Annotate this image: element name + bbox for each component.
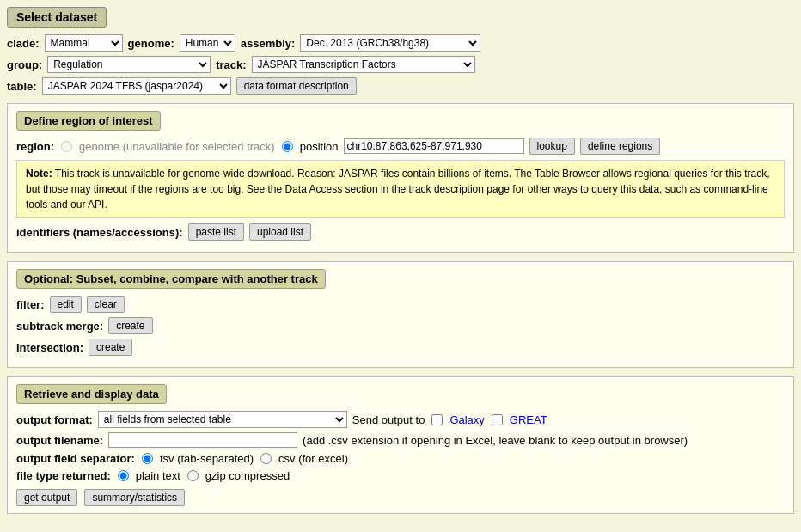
note-box: Note: This track is unavailable for geno… xyxy=(16,160,785,218)
position-input[interactable] xyxy=(344,138,524,154)
table-label: table: xyxy=(7,80,37,93)
output-filename-label: output filename: xyxy=(16,434,103,447)
send-output-label: Send output to xyxy=(352,413,425,426)
group-select[interactable]: Regulation Genes xyxy=(47,56,211,73)
filter-row: filter: edit clear xyxy=(16,296,785,313)
genome-radio[interactable] xyxy=(61,141,72,152)
bottom-buttons: get output summary/statistics xyxy=(16,489,785,506)
output-field-separator-row: output field separator: tsv (tab-separat… xyxy=(16,452,785,465)
region-label: region: xyxy=(16,140,54,153)
subtrack-create-button[interactable]: create xyxy=(108,317,152,334)
output-format-row: output format: all fields from selected … xyxy=(16,411,785,428)
retrieve-section: Retrieve and display data output format:… xyxy=(7,376,794,514)
genome-radio-label: genome (unavailable for selected track) xyxy=(79,140,275,153)
upload-list-button[interactable]: upload list xyxy=(249,223,311,241)
tsv-radio[interactable] xyxy=(142,453,153,464)
subtrack-merge-row: subtrack merge: create xyxy=(16,317,785,334)
lookup-button[interactable]: lookup xyxy=(529,138,575,155)
position-radio-label: position xyxy=(300,140,339,153)
summary-statistics-button[interactable]: summary/statistics xyxy=(84,489,185,506)
file-type-label: file type returned: xyxy=(16,469,111,482)
galaxy-link[interactable]: Galaxy xyxy=(449,413,484,426)
group-label: group: xyxy=(7,58,42,71)
group-row: group: Regulation Genes track: JASPAR Tr… xyxy=(7,56,794,73)
define-regions-button[interactable]: define regions xyxy=(580,138,660,155)
output-filename-hint: (add .csv extension if opening in Excel,… xyxy=(303,434,688,447)
clade-select[interactable]: Mammal Vertebrate Invertebrate Plant xyxy=(45,34,123,52)
csv-label: csv (for excel) xyxy=(278,452,348,465)
assembly-label: assembly: xyxy=(241,37,296,50)
clade-label: clade: xyxy=(7,37,40,50)
genome-label: genome: xyxy=(128,37,174,50)
intersection-create-button[interactable]: create xyxy=(89,339,132,356)
get-output-button[interactable]: get output xyxy=(16,489,77,506)
plain-text-label: plain text xyxy=(136,469,180,482)
great-link[interactable]: GREAT xyxy=(510,413,547,426)
paste-list-button[interactable]: paste list xyxy=(188,223,244,241)
clade-row: clade: Mammal Vertebrate Invertebrate Pl… xyxy=(7,34,794,52)
retrieve-section-header: Retrieve and display data xyxy=(16,384,167,404)
output-format-select[interactable]: all fields from selected table selected … xyxy=(98,411,347,428)
identifiers-label: identifiers (names/accessions): xyxy=(16,226,183,239)
genome-select[interactable]: Human Mouse xyxy=(180,34,235,52)
table-row: table: JASPAR 2024 TFBS (jaspar2024) dat… xyxy=(7,77,794,95)
output-format-label: output format: xyxy=(16,413,93,426)
gzip-label: gzip compressed xyxy=(205,469,290,482)
table-select[interactable]: JASPAR 2024 TFBS (jaspar2024) xyxy=(42,77,231,95)
plain-text-radio[interactable] xyxy=(118,470,129,481)
data-format-button[interactable]: data format description xyxy=(236,77,357,95)
intersection-label: intersection: xyxy=(16,341,83,354)
optional-section: Optional: Subset, combine, compare with … xyxy=(7,261,794,368)
note-title: Note: xyxy=(26,168,52,180)
track-label: track: xyxy=(216,58,246,71)
select-dataset-section: Select dataset clade: Mammal Vertebrate … xyxy=(7,7,794,95)
gzip-radio[interactable] xyxy=(187,470,199,481)
region-section-header: Define region of interest xyxy=(16,111,161,131)
optional-section-header: Optional: Subset, combine, compare with … xyxy=(16,269,326,289)
region-row: region: genome (unavailable for selected… xyxy=(16,138,785,155)
tsv-label: tsv (tab-separated) xyxy=(160,452,254,465)
great-checkbox[interactable] xyxy=(492,414,503,425)
identifiers-row: identifiers (names/accessions): paste li… xyxy=(16,223,785,241)
note-text: This track is unavailable for genome-wid… xyxy=(26,168,770,211)
file-type-row: file type returned: plain text gzip comp… xyxy=(16,469,785,482)
filter-clear-button[interactable]: clear xyxy=(87,296,125,313)
filter-edit-button[interactable]: edit xyxy=(50,296,82,313)
output-filename-row: output filename: (add .csv extension if … xyxy=(16,432,785,448)
select-dataset-header: Select dataset xyxy=(7,7,107,28)
output-field-sep-label: output field separator: xyxy=(16,452,135,465)
intersection-row: intersection: create xyxy=(16,339,785,356)
position-radio[interactable] xyxy=(282,141,293,152)
galaxy-checkbox[interactable] xyxy=(431,414,443,425)
assembly-select[interactable]: Dec. 2013 (GRCh38/hg38) Feb. 2009 (GRCh3… xyxy=(300,34,480,52)
region-section: Define region of interest region: genome… xyxy=(7,103,794,253)
subtrack-merge-label: subtrack merge: xyxy=(16,320,103,333)
output-filename-input[interactable] xyxy=(108,432,297,448)
track-select[interactable]: JASPAR Transcription Factors xyxy=(252,56,475,73)
csv-radio[interactable] xyxy=(260,453,272,464)
filter-label: filter: xyxy=(16,298,45,311)
